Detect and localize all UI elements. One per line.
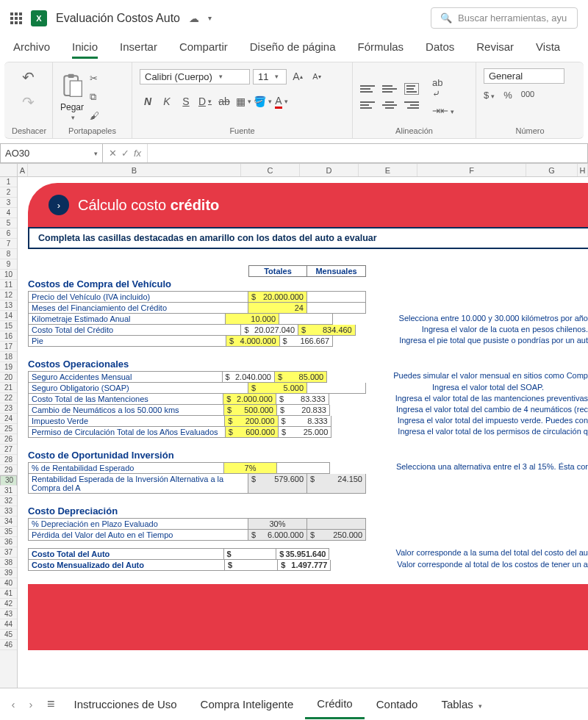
row-header[interactable]: 12	[0, 290, 17, 300]
cell-monthly[interactable]: $85.000	[275, 371, 327, 383]
format-painter-button[interactable]: 🖌	[90, 110, 99, 121]
cell-total[interactable]: $20.000.000	[248, 291, 307, 303]
merge-button[interactable]: ⇥⇤▾	[432, 105, 454, 116]
cell-total[interactable]: 7%	[224, 462, 277, 474]
worksheet[interactable]: › Cálculo costo crédito Completa las cas…	[18, 177, 588, 688]
cell-total[interactable]: $600.000	[226, 427, 279, 438]
row-header[interactable]: 43	[0, 609, 17, 619]
row-header[interactable]: 27	[0, 444, 17, 455]
cell-monthly[interactable]	[277, 462, 330, 474]
cell-monthly[interactable]: $83.333	[276, 394, 329, 405]
row-header[interactable]: 38	[0, 558, 17, 568]
tab-insertar[interactable]: Insertar	[120, 36, 157, 59]
row-header[interactable]: 44	[0, 619, 17, 630]
tab-revisar[interactable]: Revisar	[476, 36, 514, 59]
row-header[interactable]: 19	[0, 362, 17, 372]
row-header[interactable]: 4	[0, 208, 17, 218]
row-header[interactable]: 26	[0, 434, 17, 444]
row-header[interactable]: 23	[0, 403, 17, 414]
cell-total[interactable]: $5.000	[248, 383, 307, 394]
row-header[interactable]: 9	[0, 259, 17, 270]
percent-button[interactable]: %	[503, 90, 512, 101]
wrap-text-button[interactable]: ab⤶	[432, 77, 454, 99]
underline-button[interactable]: S	[178, 93, 194, 109]
search-input[interactable]: 🔍 Buscar herramientas, ayu	[431, 7, 578, 29]
row-header[interactable]: 32	[0, 496, 17, 506]
row-header[interactable]: 30	[0, 475, 17, 486]
col-b[interactable]: B	[28, 164, 241, 176]
row-header[interactable]: 2	[0, 187, 17, 198]
row-header[interactable]: 37	[0, 547, 17, 558]
col-f[interactable]: F	[417, 164, 526, 176]
sheet-next-button[interactable]: ›	[22, 698, 40, 710]
font-size-select[interactable]: 11▾	[253, 69, 287, 84]
cell-monthly[interactable]: $25.000	[279, 427, 331, 438]
cell-total[interactable]: $2.040.000	[223, 371, 275, 383]
fill-color-button[interactable]: 🪣▾	[254, 93, 270, 109]
cell-total[interactable]: $4.000.000	[226, 336, 280, 347]
row-header[interactable]: 5	[0, 218, 17, 228]
name-box[interactable]: AO30 ▾	[0, 143, 103, 163]
row-header[interactable]: 34	[0, 516, 17, 527]
row-header[interactable]: 24	[0, 414, 17, 424]
cell-monthly[interactable]	[307, 383, 366, 394]
font-color-button[interactable]: A▾	[273, 93, 290, 109]
row-header[interactable]: 11	[0, 280, 17, 290]
sheet-tab-credito[interactable]: Crédito	[305, 690, 364, 719]
strikethrough-button[interactable]: ab	[216, 93, 232, 109]
document-title[interactable]: Evaluación Costos Auto	[56, 12, 180, 25]
row-header[interactable]: 1	[0, 177, 17, 187]
cell-monthly[interactable]: $250.000	[307, 530, 366, 541]
cut-button[interactable]: ✂	[90, 73, 99, 84]
row-header[interactable]: 8	[0, 249, 17, 259]
cell-total[interactable]: $200.000	[225, 416, 278, 427]
paste-button[interactable]: Pegar ▾	[60, 73, 84, 121]
tab-archivo[interactable]: Archivo	[13, 36, 50, 59]
tab-vista[interactable]: Vista	[536, 36, 560, 59]
row-header[interactable]: 21	[0, 383, 17, 393]
title-chevron-icon[interactable]: ▾	[208, 14, 212, 22]
row-header[interactable]: 18	[0, 352, 17, 362]
row-header[interactable]: 16	[0, 331, 17, 342]
row-header[interactable]: 39	[0, 568, 17, 578]
cell-monthly[interactable]: $20.833	[277, 405, 330, 416]
cell-monthly[interactable]: $1.497.777	[278, 560, 331, 571]
row-header[interactable]: 3	[0, 198, 17, 208]
sheet-prev-button[interactable]: ‹	[4, 698, 22, 710]
row-header[interactable]: 25	[0, 424, 17, 434]
sheet-tab-instrucciones[interactable]: Instrucciones de Uso	[62, 691, 189, 718]
italic-button[interactable]: K	[159, 93, 175, 109]
row-header[interactable]: 41	[0, 588, 17, 599]
row-header[interactable]: 46	[0, 640, 17, 650]
cancel-formula-button[interactable]: ✕	[109, 148, 117, 159]
row-header[interactable]: 7	[0, 239, 17, 249]
cell-monthly[interactable]: $166.667	[280, 336, 334, 347]
tab-formulas[interactable]: Fórmulas	[358, 36, 404, 59]
copy-button[interactable]: ⧉	[90, 91, 99, 103]
align-left-button[interactable]	[360, 99, 375, 111]
cell-monthly[interactable]: $834.460	[298, 325, 356, 336]
undo-button[interactable]: ↶	[22, 68, 35, 86]
row-header[interactable]: 13	[0, 300, 17, 311]
row-header[interactable]: 10	[0, 270, 17, 280]
cell-monthly[interactable]	[307, 303, 366, 314]
cell-monthly[interactable]: $24.150	[307, 474, 366, 494]
select-all-corner[interactable]	[0, 164, 18, 176]
cloud-sync-icon[interactable]: ☁	[189, 12, 199, 24]
row-header[interactable]: 40	[0, 578, 17, 588]
row-header[interactable]: 36	[0, 537, 17, 547]
col-g[interactable]: G	[526, 164, 578, 176]
sheet-tab-compra[interactable]: Compra Inteligente	[189, 691, 306, 718]
row-header[interactable]: 15	[0, 321, 17, 331]
align-top-button[interactable]	[360, 83, 375, 95]
cell-total[interactable]: $	[225, 560, 278, 571]
increase-font-button[interactable]: A▴	[290, 68, 306, 84]
cell-total[interactable]: $579.600	[248, 474, 307, 494]
cell-monthly[interactable]: $35.951.640	[276, 548, 329, 560]
cell-total[interactable]: 10.000	[226, 314, 279, 325]
number-format-select[interactable]: General	[484, 68, 564, 84]
cell-monthly[interactable]	[279, 314, 333, 325]
font-name-select[interactable]: Calibri (Cuerpo)▾	[140, 69, 250, 84]
sheet-list-button[interactable]: ≡	[40, 696, 62, 712]
row-header[interactable]: 33	[0, 506, 17, 516]
